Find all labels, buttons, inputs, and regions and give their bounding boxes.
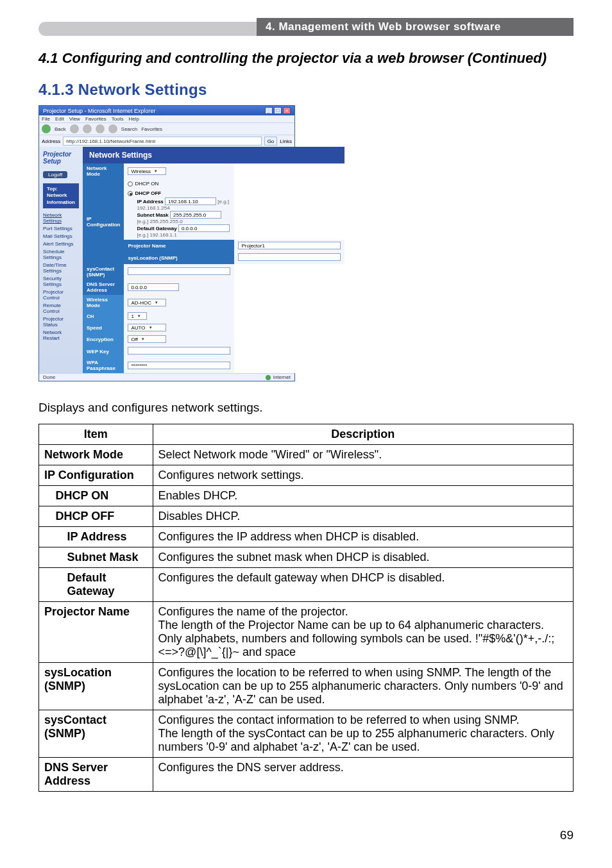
nav-datetime-settings[interactable]: Date/Time Settings: [43, 262, 79, 274]
nav-port-settings[interactable]: Port Settings: [43, 226, 79, 231]
menu-view[interactable]: View: [69, 116, 80, 122]
cell-gateway: Default Gateway: [62, 568, 153, 602]
nav-projector-status[interactable]: Projector Status: [43, 316, 79, 328]
favorites-button[interactable]: Favorites: [141, 126, 162, 132]
row-network-mode-label: Network Mode: [83, 163, 124, 179]
minimize-icon[interactable]: _: [265, 107, 273, 114]
cell-dhcp-on-desc: Enables DHCP.: [153, 486, 573, 506]
address-input[interactable]: http://192.168.1.10/NetworkFrame.html: [63, 137, 261, 146]
dhcp-off-radio[interactable]: [128, 191, 133, 196]
cell-projector-name: Projector Name: [39, 602, 153, 663]
cell-gateway-desc: Configures the default gateway when DHCP…: [153, 568, 573, 602]
cell-subnet-desc: Configures the subnet mask when DHCP is …: [153, 547, 573, 568]
ie-addressbar: Address http://192.168.1.10/NetworkFrame…: [39, 135, 294, 147]
nav-network-restart[interactable]: Network Restart: [43, 330, 79, 341]
go-button[interactable]: Go: [264, 137, 278, 146]
row-projector-name-label: Projector Name: [124, 240, 234, 251]
row-dns-label: DNS Server Address: [83, 280, 124, 295]
nav-mail-settings[interactable]: Mail Settings: [43, 233, 79, 239]
page-number: 69: [560, 828, 574, 842]
projector-name-input[interactable]: Projector1: [238, 242, 341, 249]
encryption-select[interactable]: Off: [128, 335, 166, 343]
menu-file[interactable]: File: [42, 116, 50, 122]
back-icon[interactable]: [42, 124, 51, 133]
sidebar: Projector Setup Logoff Top: Network Info…: [39, 147, 83, 373]
row-syscontact-label: sysContact (SNMP): [83, 264, 124, 280]
maximize-icon[interactable]: □: [274, 107, 282, 114]
status-zone-label: Internet: [273, 374, 291, 380]
content-heading: Network Settings: [83, 147, 344, 163]
cell-network-mode: Network Mode: [39, 445, 153, 465]
menu-tools[interactable]: Tools: [112, 116, 124, 122]
syslocation-input[interactable]: [238, 253, 341, 261]
globe-icon: [266, 375, 271, 380]
wep-input[interactable]: [128, 347, 230, 355]
refresh-icon[interactable]: [96, 124, 105, 133]
menu-help[interactable]: Help: [128, 116, 139, 122]
close-icon[interactable]: ×: [283, 107, 291, 114]
content-pane: Network Settings Network Mode Wireless I…: [83, 147, 344, 373]
ie-titlebar: Projector Setup - Microsoft Internet Exp…: [39, 106, 294, 115]
row-wep-label: WEP Key: [83, 345, 124, 358]
cell-dhcp-on: DHCP ON: [51, 486, 153, 506]
row-ipconfig-label: IP Configuration: [83, 179, 124, 264]
sidebar-top-block[interactable]: Top: Network Information: [43, 183, 79, 208]
cell-network-mode-desc: Select Network mode "Wired" or "Wireless…: [153, 445, 573, 465]
dhcp-on-label: DHCP ON: [135, 181, 158, 187]
back-label[interactable]: Back: [55, 126, 66, 132]
nav-remote-control[interactable]: Remote Control: [43, 303, 79, 314]
ie-window: Projector Setup - Microsoft Internet Exp…: [38, 105, 295, 381]
indent-spacer: [51, 568, 62, 602]
row-syslocation-label: sysLocation (SNMP): [124, 251, 234, 264]
stop-icon[interactable]: [83, 124, 92, 133]
page-body: Projector Setup Logoff Top: Network Info…: [39, 147, 294, 373]
address-label: Address: [42, 138, 60, 144]
indent-spacer: [39, 506, 51, 527]
network-mode-select[interactable]: Wireless: [128, 167, 166, 175]
nav-projector-control[interactable]: Projector Control: [43, 289, 79, 301]
nav-network-settings[interactable]: Network Settings: [43, 212, 79, 224]
menu-favorites[interactable]: Favorites: [85, 116, 106, 122]
go-label: Go: [268, 138, 275, 144]
nav-security-settings[interactable]: Security Settings: [43, 276, 79, 287]
row-speed-val: AUTO: [124, 322, 234, 333]
ip-address-input[interactable]: 192.168.1.10: [165, 197, 216, 205]
forward-icon[interactable]: [70, 124, 79, 133]
syscontact-input[interactable]: [128, 267, 230, 275]
row-ch-label: CH: [83, 310, 124, 322]
row-projector-name-val: Projector1: [234, 240, 344, 251]
wireless-mode-select[interactable]: AD-HOC: [128, 299, 166, 306]
gateway-label: Default Gateway: [137, 226, 176, 231]
home-icon[interactable]: [108, 124, 117, 133]
wpa-input[interactable]: ********: [128, 362, 230, 369]
cell-syscontact: sysContact (SNMP): [39, 710, 153, 758]
row-speed-label: Speed: [83, 322, 124, 333]
row-wpa-val: ********: [124, 358, 234, 373]
menu-edit[interactable]: Edit: [55, 116, 64, 122]
ie-window-title: Projector Setup - Microsoft Internet Exp…: [43, 108, 156, 114]
ie-toolbar: Back Search Favorites: [39, 122, 294, 135]
ch-select[interactable]: 1: [128, 312, 147, 320]
indent-spacer: [39, 547, 51, 568]
nav-schedule-settings[interactable]: Schedule Settings: [43, 249, 79, 260]
links-label[interactable]: Links: [280, 138, 292, 144]
subnet-input[interactable]: 255.255.255.0: [170, 211, 221, 219]
row-wep-val: [124, 345, 234, 358]
section-title: 4.1 Configuring and controlling the proj…: [38, 50, 574, 67]
dhcp-on-radio[interactable]: [128, 181, 133, 187]
th-desc: Description: [153, 424, 573, 445]
gateway-input[interactable]: 0.0.0.0: [178, 224, 230, 232]
cell-dns-desc: Configures the DNS server address.: [153, 758, 573, 792]
cell-syslocation-desc: Configures the location to be referred t…: [153, 663, 573, 710]
config-table: Network Mode Wireless IP Configuration D…: [83, 163, 344, 373]
row-wireless-mode-label: Wireless Mode: [83, 295, 124, 310]
row-encryption-label: Encryption: [83, 333, 124, 345]
nav-alert-settings[interactable]: Alert Settings: [43, 241, 79, 247]
intro-text: Displays and configures network settings…: [38, 401, 574, 415]
dns-input[interactable]: 0.0.0.0: [128, 283, 179, 291]
logoff-button[interactable]: Logoff: [43, 171, 67, 178]
row-dhcp-off: DHCP OFF IP Address 192.168.1.10 [e.g.] …: [124, 188, 234, 240]
speed-select[interactable]: AUTO: [128, 324, 166, 331]
row-wpa-label: WPA Passphrase: [83, 358, 124, 373]
search-button[interactable]: Search: [121, 126, 137, 132]
